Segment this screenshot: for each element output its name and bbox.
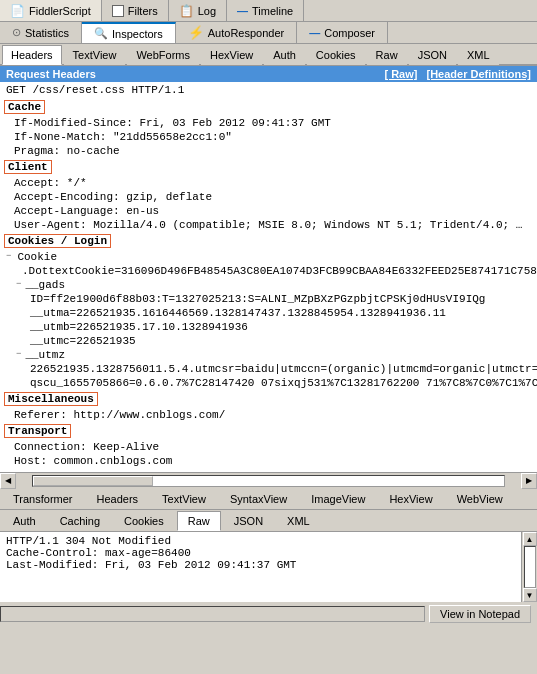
main-content: GET /css/reset.css HTTP/1.1 Cache If-Mod… [0,82,537,472]
bottom-hscroll-track[interactable] [0,606,425,622]
btab-syntaxview-label: SyntaxView [230,493,287,505]
vscroll-up-arrow[interactable]: ▲ [523,532,537,546]
tree-collapse-cookie[interactable]: − [0,251,13,261]
toolbar-fiddlerscript-label: FiddlerScript [29,5,91,17]
hscroll: ◀ ▶ [0,472,537,488]
toolbar-timeline[interactable]: — Timeline [227,0,304,21]
autoresponder-icon: ⚡ [188,25,204,40]
btab2-raw[interactable]: Raw [177,511,221,531]
filters-checkbox[interactable] [112,5,124,17]
tab2-xml-label: XML [467,49,490,61]
tree-gads-id-val: ID=ff2e1900d6f88b03:T=1327025213:S=ALNI_… [30,293,485,305]
btab-headers-label: Headers [97,493,139,505]
btab2-auth[interactable]: Auth [2,511,47,531]
tree-utmz-val2: qscu_1655705866=0.6.0.7%7C28147420 07six… [0,376,537,390]
tree-collapse-gads[interactable]: − [14,279,23,289]
hscroll-thumb[interactable] [33,476,153,486]
tree-cookie-root: − Cookie [0,250,537,264]
btab-hexview[interactable]: HexView [378,489,443,509]
tab2-hexview-label: HexView [210,49,253,61]
tab2-xml[interactable]: XML [458,45,499,65]
tree-collapse-utmz[interactable]: − [14,349,23,359]
btab-imageview[interactable]: ImageView [300,489,376,509]
tab2-headers-label: Headers [11,49,53,61]
tab-autoresponder[interactable]: ⚡ AutoResponder [176,22,297,43]
bottom-textarea[interactable] [0,532,521,602]
tree-utmc: __utmc=226521935 [0,334,537,348]
tree-utmz-label: __utmz [23,349,65,361]
fiddlerscript-icon: 📄 [10,4,25,18]
tab-inspectors-label: Inspectors [112,28,163,40]
btab2-xml[interactable]: XML [276,511,321,531]
tab2-json[interactable]: JSON [409,45,456,65]
btab-headers[interactable]: Headers [86,489,150,509]
tab2-raw[interactable]: Raw [367,45,407,65]
tree-gads-id: ID=ff2e1900d6f88b03:T=1327025213:S=ALNI_… [0,292,537,306]
btab2-cookies[interactable]: Cookies [113,511,175,531]
view-in-notepad-button[interactable]: View in Notepad [429,605,531,623]
tab-inspectors[interactable]: 🔍 Inspectors [82,22,176,43]
hscroll-left-arrow[interactable]: ◀ [0,473,16,489]
tree-utma-val: __utma=226521935.1616446569.1328147437.1… [30,307,446,319]
toolbar-log-label: Log [198,5,216,17]
client-line-1: Accept-Encoding: gzip, deflate [0,190,537,204]
btab2-json[interactable]: JSON [223,511,274,531]
vscroll-track[interactable] [524,546,536,588]
transport-line-1: Host: common.cnblogs.com [0,454,537,468]
tab2-webforms[interactable]: WebForms [127,45,199,65]
tab-statistics[interactable]: ⊙ Statistics [0,22,82,43]
section-cookies-label: Cookies / Login [4,234,111,248]
vscroll-down-arrow[interactable]: ▼ [523,588,537,602]
toolbar-fiddlerscript[interactable]: 📄 FiddlerScript [0,0,102,21]
btab-transformer[interactable]: Transformer [2,489,84,509]
btab2-cookies-label: Cookies [124,515,164,527]
tab2-webforms-label: WebForms [136,49,190,61]
tab-row-2: Headers TextView WebForms HexView Auth C… [0,44,537,66]
tab2-hexview[interactable]: HexView [201,45,262,65]
btab2-xml-label: XML [287,515,310,527]
btab-webview-label: WebView [457,493,503,505]
section-cookies-login: Cookies / Login − Cookie .DottextCookie=… [0,232,537,390]
header-defs-link[interactable]: [Header Definitions] [426,68,531,80]
section-client: Client Accept: */* Accept-Encoding: gzip… [0,158,537,232]
btab-syntaxview[interactable]: SyntaxView [219,489,298,509]
section-transport: Transport Connection: Keep-Alive Host: c… [0,422,537,468]
btab-textview[interactable]: TextView [151,489,217,509]
section-misc-label: Miscellaneous [4,392,98,406]
hscroll-right-arrow[interactable]: ▶ [521,473,537,489]
toolbar-filters[interactable]: Filters [102,0,169,21]
btab-webview[interactable]: WebView [446,489,514,509]
tab-composer-label: Composer [324,27,375,39]
toolbar-log[interactable]: 📋 Log [169,0,227,21]
toolbar-timeline-label: Timeline [252,5,293,17]
composer-icon: — [309,27,320,39]
hscroll-track[interactable] [32,475,505,487]
tab2-cookies[interactable]: Cookies [307,45,365,65]
tab-composer[interactable]: — Composer [297,22,388,43]
btab2-caching[interactable]: Caching [49,511,111,531]
tab2-json-label: JSON [418,49,447,61]
tree-cookie-label: Cookie [13,251,57,263]
section-client-label: Client [4,160,52,174]
tab2-auth[interactable]: Auth [264,45,305,65]
client-line-0: Accept: */* [0,176,537,190]
btab-hexview-label: HexView [389,493,432,505]
misc-line-0: Referer: http://www.cnblogs.com/ [0,408,537,422]
bottom-textarea-wrap: ▲ ▼ [0,532,537,602]
tree-dottext-value: .DottextCookie=316096D496FB48545A3C80EA1… [22,265,537,277]
timeline-icon: — [237,5,248,17]
section-cache: Cache If-Modified-Since: Fri, 03 Feb 201… [0,98,537,158]
btab-imageview-label: ImageView [311,493,365,505]
bottom-tab-row-2: Auth Caching Cookies Raw JSON XML [0,510,537,532]
tab-statistics-label: Statistics [25,27,69,39]
tab2-textview[interactable]: TextView [64,45,126,65]
tree-dottext: .DottextCookie=316096D496FB48545A3C80EA1… [0,264,537,278]
raw-link[interactable]: [ Raw] [384,68,417,80]
toolbar-filters-label: Filters [128,5,158,17]
tab2-headers[interactable]: Headers [2,45,62,65]
tab2-auth-label: Auth [273,49,296,61]
request-headers-title: Request Headers [6,68,96,80]
get-line: GET /css/reset.css HTTP/1.1 [0,82,537,98]
cache-line-1: If-None-Match: "21dd55658e2cc1:0" [0,130,537,144]
cache-line-2: Pragma: no-cache [0,144,537,158]
